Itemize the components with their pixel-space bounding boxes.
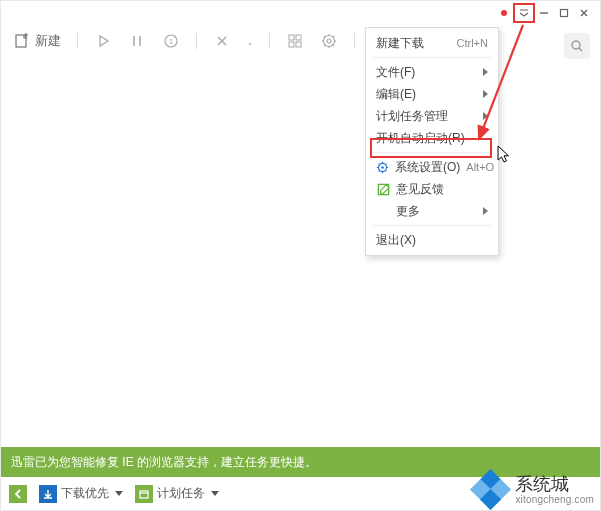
- menu-label: 文件(F): [376, 64, 473, 81]
- menu-shortcut: Alt+O: [466, 161, 494, 173]
- menu-item-more[interactable]: 更多: [366, 200, 498, 222]
- minimize-button[interactable]: [534, 3, 554, 23]
- svg-rect-0: [561, 10, 568, 17]
- new-task-button[interactable]: 新建: [13, 32, 61, 50]
- menu-label: 计划任务管理: [376, 108, 473, 125]
- menu-label: 更多: [396, 203, 473, 220]
- schedule-icon: [135, 485, 153, 503]
- new-icon: [13, 32, 31, 50]
- chevron-right-icon: [483, 112, 488, 120]
- main-toolbar: 新建 1 VIP ¥: [1, 25, 600, 57]
- toolbar-divider: [196, 33, 197, 49]
- menu-label: 开机自动启动(R): [376, 130, 488, 147]
- chevron-right-icon: [483, 90, 488, 98]
- download-priority-toggle[interactable]: 下载优先: [39, 485, 123, 503]
- menu-label: 系统设置(O): [395, 159, 460, 176]
- menu-separator: [372, 225, 492, 226]
- toolbar-divider: [77, 33, 78, 49]
- menu-item-autostart[interactable]: 开机自动启动(R): [366, 127, 498, 149]
- chevron-down-icon: [211, 491, 219, 496]
- menu-item-new-download[interactable]: 新建下载 Ctrl+N: [366, 32, 498, 54]
- prev-button[interactable]: [9, 485, 27, 503]
- new-task-label: 新建: [35, 32, 61, 50]
- priority-icon[interactable]: 1: [162, 32, 180, 50]
- watermark-text: 系统城 xitongcheng.com: [515, 475, 594, 506]
- menu-trigger-button[interactable]: [514, 3, 534, 23]
- status-text: 迅雷已为您智能修复 IE 的浏览器支持，建立任务更快捷。: [11, 454, 317, 471]
- chevron-down-icon: [115, 491, 123, 496]
- feedback-icon: [376, 182, 390, 196]
- maximize-button[interactable]: [554, 3, 574, 23]
- svg-rect-18: [140, 491, 148, 498]
- menu-label: 编辑(E): [376, 86, 473, 103]
- delete-icon[interactable]: [213, 32, 231, 50]
- main-menu-dropdown: 新建下载 Ctrl+N 文件(F) 编辑(E) 计划任务管理 开机自动启动(R)…: [365, 27, 499, 256]
- svg-point-4: [249, 43, 251, 45]
- menu-shortcut: Ctrl+N: [457, 37, 488, 49]
- watermark-logo-icon: [473, 472, 509, 508]
- menu-item-exit[interactable]: 退出(X): [366, 229, 498, 251]
- chevron-right-icon: [483, 207, 488, 215]
- window-titlebar: [1, 1, 600, 25]
- menu-label: 意见反馈: [396, 181, 488, 198]
- play-icon[interactable]: [94, 32, 112, 50]
- search-button[interactable]: [564, 33, 590, 59]
- menu-item-edit[interactable]: 编辑(E): [366, 83, 498, 105]
- svg-rect-7: [289, 42, 294, 47]
- schedule-label: 计划任务: [157, 485, 205, 502]
- gear-icon[interactable]: [320, 32, 338, 50]
- menu-separator: [372, 152, 492, 153]
- svg-point-10: [327, 39, 331, 43]
- menu-item-task-management[interactable]: 计划任务管理: [366, 105, 498, 127]
- menu-separator: [372, 57, 492, 58]
- chevron-right-icon: [483, 68, 488, 76]
- watermark: 系统城 xitongcheng.com: [473, 472, 594, 508]
- blank-icon: [376, 204, 390, 218]
- search-icon: [570, 39, 584, 53]
- settings-gear-icon: [376, 160, 389, 174]
- delete-more-icon[interactable]: [247, 32, 253, 50]
- pause-icon[interactable]: [128, 32, 146, 50]
- svg-rect-8: [296, 42, 301, 47]
- menu-item-file[interactable]: 文件(F): [366, 61, 498, 83]
- svg-point-15: [381, 166, 384, 169]
- notification-dot[interactable]: [494, 3, 514, 23]
- toolbar-divider: [269, 33, 270, 49]
- svg-rect-6: [296, 35, 301, 40]
- close-button[interactable]: [574, 3, 594, 23]
- download-icon: [39, 485, 57, 503]
- watermark-en: xitongcheng.com: [515, 494, 594, 505]
- priority-label: 下载优先: [61, 485, 109, 502]
- menu-item-settings[interactable]: 系统设置(O) Alt+O: [366, 156, 498, 178]
- mouse-cursor-icon: [497, 145, 513, 165]
- schedule-task-toggle[interactable]: 计划任务: [135, 485, 219, 503]
- menu-label: 新建下载: [376, 35, 451, 52]
- svg-text:1: 1: [169, 37, 174, 46]
- svg-point-13: [572, 41, 580, 49]
- menu-label: 退出(X): [376, 232, 488, 249]
- watermark-cn: 系统城: [515, 475, 594, 495]
- svg-rect-5: [289, 35, 294, 40]
- grid-icon[interactable]: [286, 32, 304, 50]
- toolbar-divider: [354, 33, 355, 49]
- menu-item-feedback[interactable]: 意见反馈: [366, 178, 498, 200]
